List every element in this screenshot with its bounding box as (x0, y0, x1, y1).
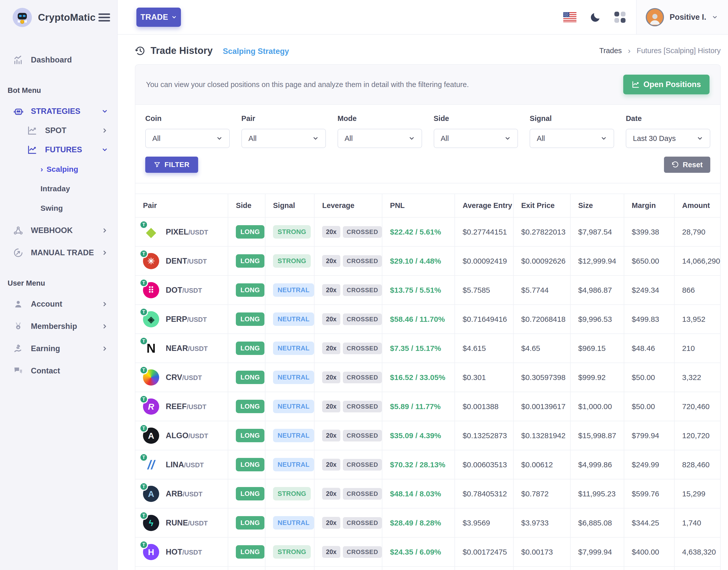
sidebar-item-account[interactable]: Account (0, 294, 117, 314)
filter-label: Side (434, 114, 518, 123)
column-header-pair: Pair (136, 194, 228, 217)
sidebar-item-scalping[interactable]: Scalping (0, 160, 117, 179)
pair-symbol: PERP (166, 315, 187, 324)
sidebar-item-membership[interactable]: Membership (0, 317, 117, 336)
amount-value: 3,322 (674, 363, 720, 392)
sidebar-item-label: Account (31, 300, 62, 309)
size-value: $12,999.94 (570, 246, 624, 276)
chevron-right-icon (101, 127, 108, 134)
sidebar-item-manual-trade[interactable]: MANUAL TRADE (0, 243, 117, 262)
menu-toggle-icon[interactable] (98, 12, 110, 23)
leverage-badge: 20x (322, 430, 340, 442)
sidebar-item-strategies[interactable]: STRATEGIES (0, 102, 117, 121)
breadcrumb: Trades › Futures [Scalping] History (599, 46, 721, 55)
mode-select[interactable]: All (337, 129, 422, 148)
side-select[interactable]: All (434, 129, 518, 148)
pair-cell: // T LINA/USDT (143, 457, 228, 473)
size-value: $7,999.94 (570, 537, 624, 566)
column-header-leverage: Leverage (314, 194, 382, 217)
pair-symbol: REEF (166, 402, 187, 411)
dark-mode-moon-icon[interactable] (589, 11, 601, 23)
average-entry-value: $0.71649416 (455, 305, 513, 334)
side-badge: LONG (236, 312, 264, 326)
breadcrumb-trades-link[interactable]: Trades (599, 46, 622, 55)
date-select[interactable]: Last 30 Days (626, 129, 710, 148)
average-entry-value: $0.78405312 (455, 479, 513, 508)
signal-badge: NEUTRAL (273, 312, 314, 326)
sidebar-item-label: WEBHOOK (31, 226, 73, 235)
leverage-cell: 20x CROSSED (322, 517, 382, 529)
side-badge: LONG (236, 283, 264, 297)
pnl-value: $28.49 / 8.28% (390, 519, 441, 527)
leverage-cell: 20x CROSSED (322, 459, 382, 471)
sidebar-item-swing[interactable]: Swing (0, 198, 117, 218)
trade-button[interactable]: TRADE (137, 8, 181, 27)
reset-button[interactable]: Reset (664, 157, 710, 173)
filter-pair: Pair All (241, 114, 326, 148)
tether-badge-icon: T (140, 249, 148, 258)
pair-symbol: ARB (166, 489, 183, 498)
earning-icon (13, 344, 24, 354)
pair-cell: ⠿ T DOT/USDT (143, 282, 228, 298)
chevron-down-icon (600, 135, 607, 142)
pair-symbol: HOT (166, 548, 182, 556)
filter-label: Coin (145, 114, 230, 123)
sidebar-item-spot[interactable]: SPOT (0, 121, 117, 140)
tether-badge-icon: T (140, 308, 148, 316)
margin-value: $48.46 (624, 334, 674, 363)
pair-cell: A T ALGO/USDT (143, 428, 228, 444)
table-row: T CRV/USDT LONG NEUTRAL 20x CROSSED $16.… (136, 363, 720, 392)
chevron-down-icon (312, 135, 319, 142)
sidebar-item-earning[interactable]: Earning (0, 339, 117, 358)
margin-value: $249.99 (624, 450, 674, 479)
size-value: $6,885.08 (570, 508, 624, 537)
amount-value (674, 566, 720, 570)
sidebar-item-label: Scalping (46, 165, 78, 174)
leverage-badge: 20x (322, 342, 340, 354)
table-row: ✳ T DENT/USDT LONG STRONG 20x CROSSED $2… (136, 246, 720, 276)
table-row: ◈ T PERP/USDT LONG NEUTRAL 20x CROSSED $… (136, 305, 720, 334)
coin-select[interactable]: All (145, 129, 230, 148)
amount-value: 4,638,320 (674, 537, 720, 566)
filter-button-label: FILTER (165, 161, 190, 169)
trade-button-label: TRADE (141, 13, 168, 22)
selected-value: Last 30 Days (633, 134, 676, 143)
selected-value: All (441, 134, 449, 143)
pair-select[interactable]: All (241, 129, 326, 148)
chart-line-icon (632, 81, 640, 88)
chevron-down-icon (697, 135, 703, 142)
selected-value: All (152, 134, 161, 143)
column-header-signal: Signal (265, 194, 314, 217)
amount-value: 15,299 (674, 479, 720, 508)
sidebar-item-webhook[interactable]: WEBHOOK (0, 221, 117, 240)
leverage-cell: 20x CROSSED (322, 400, 382, 412)
sidebar-item-futures[interactable]: FUTURES (0, 140, 117, 160)
apps-grid-icon[interactable] (615, 12, 626, 23)
pnl-value: $24.35 / 6.09% (390, 548, 441, 556)
pnl-value: $13.75 / 5.51% (390, 286, 441, 294)
sidebar-item-intraday[interactable]: Intraday (0, 179, 117, 198)
open-positions-button[interactable]: Open Positions (623, 75, 710, 94)
tether-badge-icon: T (140, 279, 148, 287)
pair-quote: /USDT (189, 432, 208, 440)
filter-button[interactable]: FILTER (145, 157, 198, 173)
chevron-right-icon (101, 227, 108, 234)
user-menu[interactable]: Positive I. (636, 0, 728, 34)
size-value: $969.15 (570, 334, 624, 363)
signal-badge: NEUTRAL (273, 341, 314, 355)
chevron-right-icon (101, 345, 108, 352)
amount-value: 13,952 (674, 305, 720, 334)
sidebar-item-label: Earning (31, 344, 60, 353)
pair-symbol: RUNE (166, 518, 188, 527)
size-value: $9,996.53 (570, 305, 624, 334)
sidebar-item-contact[interactable]: Contact (0, 361, 117, 380)
signal-badge: NEUTRAL (273, 283, 314, 297)
language-flag-us-icon[interactable] (563, 12, 576, 22)
margin-value (624, 566, 674, 570)
margin-value: $499.83 (624, 305, 674, 334)
sidebar-item-dashboard[interactable]: Dashboard (0, 50, 117, 69)
table-row: A T ALGO/USDT LONG NEUTRAL 20x CROSSED $… (136, 421, 720, 450)
pair-cell: H T HOT/USDT (143, 544, 228, 560)
side-badge: LONG (236, 487, 264, 501)
signal-select[interactable]: All (530, 129, 614, 148)
